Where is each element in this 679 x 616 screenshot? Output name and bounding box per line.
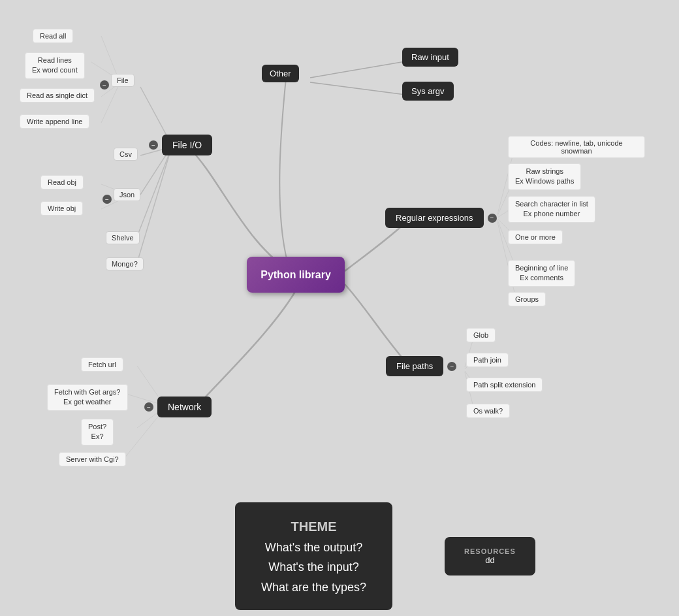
svg-line-0	[310, 61, 405, 78]
mindmap-container: Python library Other Raw input Sys argv …	[0, 0, 679, 490]
theme-line-2: What's the input?	[261, 557, 366, 577]
write-obj-label: Write obj	[48, 204, 76, 212]
connections-svg	[0, 0, 679, 490]
file-paths-node[interactable]: File paths −	[386, 356, 443, 376]
write-append-label: Write append line	[27, 118, 82, 125]
groups-label: Groups	[515, 295, 539, 303]
post-node[interactable]: Post?Ex?	[81, 419, 114, 446]
write-obj-node[interactable]: Write obj	[40, 201, 83, 216]
read-lines-label: Read linesEx word count	[32, 56, 78, 76]
server-cgi-node[interactable]: Server with Cgi?	[59, 452, 126, 466]
file-paths-collapse[interactable]: −	[447, 362, 456, 371]
json-label: Json	[119, 191, 134, 199]
raw-strings-node[interactable]: Raw stringsEx Windows paths	[508, 163, 581, 190]
glob-label: Glob	[473, 331, 488, 339]
regular-expressions-node[interactable]: Regular expressions −	[385, 208, 484, 228]
theme-line-1: What's the output?	[261, 538, 366, 558]
file-io-node[interactable]: File I/O −	[162, 135, 212, 155]
file-paths-label: File paths	[396, 361, 433, 371]
fetch-url-label: Fetch url	[88, 361, 116, 368]
beginning-line-node[interactable]: Beginning of lineEx comments	[508, 260, 575, 287]
svg-line-7	[101, 36, 119, 80]
codes-node[interactable]: Codes: newline, tab, unicode snowman	[508, 136, 645, 158]
svg-line-26	[124, 410, 163, 459]
json-collapse[interactable]: −	[103, 195, 112, 204]
sys-argv-label: Sys argv	[411, 86, 445, 96]
fetch-url-node[interactable]: Fetch url	[81, 357, 123, 372]
shelve-label: Shelve	[112, 234, 134, 242]
read-lines-node[interactable]: Read linesEx word count	[25, 52, 85, 79]
svg-line-6	[137, 149, 171, 263]
mongo-label: Mongo?	[112, 260, 138, 268]
network-label: Network	[168, 402, 201, 412]
file-label: File	[117, 76, 129, 84]
file-io-collapse[interactable]: −	[149, 140, 158, 150]
shelve-node[interactable]: Shelve	[106, 231, 140, 244]
beginning-line-label: Beginning of lineEx comments	[515, 263, 568, 284]
write-append-node[interactable]: Write append line	[20, 114, 89, 129]
other-label: Other	[270, 69, 291, 78]
sys-argv-node[interactable]: Sys argv	[402, 82, 454, 101]
read-obj-node[interactable]: Read obj	[40, 175, 84, 189]
read-single-dict-node[interactable]: Read as single dict	[20, 88, 95, 103]
resources-value: dd	[464, 555, 516, 565]
groups-node[interactable]: Groups	[508, 292, 546, 306]
os-walk-node[interactable]: Os walk?	[466, 404, 510, 418]
csv-node[interactable]: Csv	[114, 148, 138, 161]
network-node[interactable]: Network −	[157, 397, 212, 417]
read-all-label: Read all	[40, 32, 66, 40]
svg-line-10	[101, 85, 119, 123]
mongo-node[interactable]: Mongo?	[106, 257, 144, 270]
post-label: Post?Ex?	[88, 422, 106, 442]
one-or-more-node[interactable]: One or more	[508, 230, 563, 244]
theme-line-3: What are the types?	[261, 577, 366, 598]
theme-title: THEME	[261, 515, 366, 538]
path-split-node[interactable]: Path split extension	[466, 378, 543, 392]
json-node[interactable]: Json −	[114, 188, 140, 201]
csv-label: Csv	[119, 150, 132, 158]
read-obj-label: Read obj	[48, 178, 76, 186]
center-label: Python library	[261, 269, 331, 281]
bottom-section: THEME What's the output? What's the inpu…	[0, 496, 679, 616]
read-all-node[interactable]: Read all	[33, 29, 73, 43]
read-single-dict-label: Read as single dict	[27, 91, 87, 99]
path-join-label: Path join	[473, 356, 501, 364]
search-char-label: Search character in listEx phone number	[515, 199, 588, 219]
fetch-get-label: Fetch with Get args?Ex get weather	[54, 387, 121, 408]
file-node[interactable]: File −	[111, 74, 134, 87]
svg-line-1	[310, 82, 405, 95]
glob-node[interactable]: Glob	[466, 328, 496, 342]
raw-input-label: Raw input	[411, 52, 449, 62]
server-cgi-label: Server with Cgi?	[66, 455, 119, 463]
other-node[interactable]: Other	[262, 65, 299, 82]
regex-label: Regular expressions	[396, 213, 473, 223]
path-join-node[interactable]: Path join	[466, 353, 509, 367]
search-char-node[interactable]: Search character in listEx phone number	[508, 196, 595, 223]
resources-box[interactable]: RESOURCES dd	[445, 537, 535, 575]
codes-label: Codes: newline, tab, unicode snowman	[515, 139, 638, 155]
network-collapse[interactable]: −	[144, 402, 153, 412]
regex-collapse[interactable]: −	[488, 214, 497, 223]
resources-title: RESOURCES	[464, 547, 516, 555]
raw-input-node[interactable]: Raw input	[402, 48, 458, 67]
raw-strings-label: Raw stringsEx Windows paths	[515, 167, 574, 187]
file-collapse[interactable]: −	[100, 80, 109, 89]
fetch-get-node[interactable]: Fetch with Get args?Ex get weather	[47, 384, 128, 411]
center-node[interactable]: Python library	[247, 257, 345, 293]
one-or-more-label: One or more	[515, 233, 556, 241]
path-split-label: Path split extension	[473, 381, 535, 389]
os-walk-label: Os walk?	[473, 407, 503, 415]
theme-box: THEME What's the output? What's the inpu…	[235, 502, 392, 611]
file-io-label: File I/O	[172, 140, 202, 150]
svg-line-5	[137, 149, 171, 236]
